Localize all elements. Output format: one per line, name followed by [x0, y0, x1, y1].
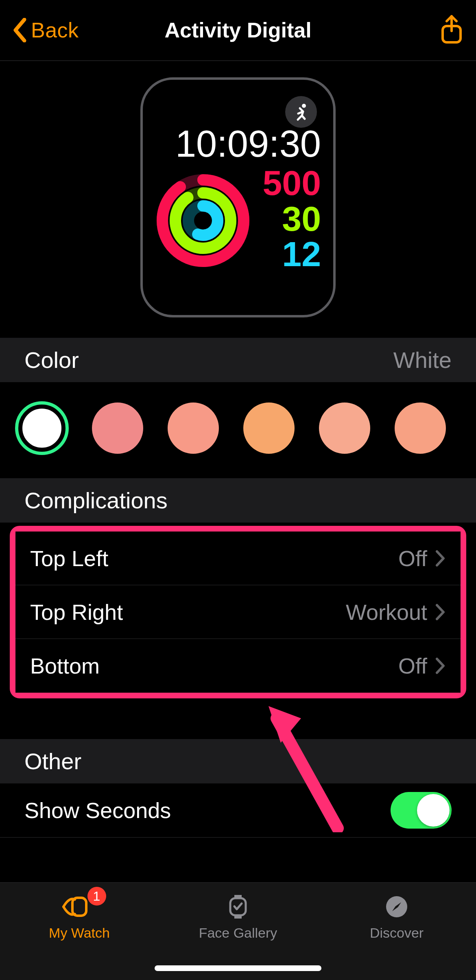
share-icon [439, 14, 464, 45]
svg-rect-12 [234, 895, 242, 898]
face-gallery-icon [228, 894, 248, 919]
color-swatch-white[interactable] [18, 405, 66, 452]
color-swatch[interactable] [319, 402, 370, 454]
row-value: Off [398, 653, 427, 678]
toggle-knob [417, 794, 450, 827]
color-swatch[interactable] [243, 402, 295, 454]
watchface: 10:09:30 500 30 12 [140, 77, 336, 317]
show-seconds-row: Show Seconds [0, 783, 476, 837]
color-swatch[interactable] [168, 402, 219, 454]
navbar: Back Activity Digital [0, 0, 476, 61]
color-swatch[interactable] [92, 402, 143, 454]
annotation-highlight: Top Left Off Top Right Workout Bottom Of… [10, 526, 466, 698]
complication-bottom[interactable]: Bottom Off [15, 639, 461, 693]
tab-my-watch[interactable]: 1 My Watch [0, 883, 159, 980]
color-swatch[interactable] [395, 402, 446, 454]
time-display: 10:09:30 [143, 122, 321, 165]
other-header-label: Other [24, 748, 81, 774]
complication-top-left[interactable]: Top Left Off [15, 532, 461, 585]
tab-label: Face Gallery [199, 925, 277, 941]
show-seconds-toggle[interactable] [391, 792, 452, 829]
svg-point-2 [302, 104, 306, 108]
other-section-header: Other [0, 739, 476, 783]
tabbar: 1 My Watch Face Gallery Discover [0, 882, 476, 980]
svg-rect-13 [234, 915, 242, 919]
tab-badge: 1 [87, 887, 106, 906]
show-seconds-label: Show Seconds [24, 798, 171, 823]
row-value: Off [398, 546, 427, 571]
exercise-value: 30 [263, 201, 321, 237]
activity-metrics: 500 30 12 [263, 165, 321, 272]
watchface-preview: 10:09:30 500 30 12 [0, 61, 476, 338]
row-value: Workout [346, 599, 427, 625]
complications-section-header: Complications [0, 478, 476, 523]
tab-discover[interactable]: Discover [317, 883, 476, 980]
row-label: Bottom [30, 653, 100, 678]
home-indicator[interactable] [155, 965, 321, 971]
compass-icon [385, 895, 408, 919]
chevron-right-icon [435, 657, 446, 674]
color-selected-name: White [393, 347, 452, 373]
color-section-header: Color White [0, 338, 476, 382]
stand-value: 12 [263, 236, 321, 272]
tab-label: Discover [370, 925, 424, 941]
chevron-right-icon [435, 550, 446, 567]
other-list: Show Seconds [0, 783, 476, 837]
color-header-label: Color [24, 347, 79, 373]
back-button[interactable]: Back [12, 18, 79, 42]
row-label: Top Right [30, 599, 123, 625]
share-button[interactable] [439, 14, 464, 46]
complications-list: Top Left Off Top Right Workout Bottom Of… [15, 532, 461, 693]
activity-rings-icon [157, 174, 249, 267]
tab-label: My Watch [49, 925, 110, 941]
chevron-left-icon [12, 18, 27, 42]
workout-icon [292, 103, 310, 121]
move-value: 500 [263, 165, 321, 201]
row-label: Top Left [30, 546, 108, 571]
complication-top-right[interactable]: Top Right Workout [15, 585, 461, 639]
back-label: Back [31, 18, 79, 42]
color-swatches-row[interactable] [0, 382, 476, 478]
chevron-right-icon [435, 604, 446, 621]
complications-header-label: Complications [24, 487, 168, 514]
